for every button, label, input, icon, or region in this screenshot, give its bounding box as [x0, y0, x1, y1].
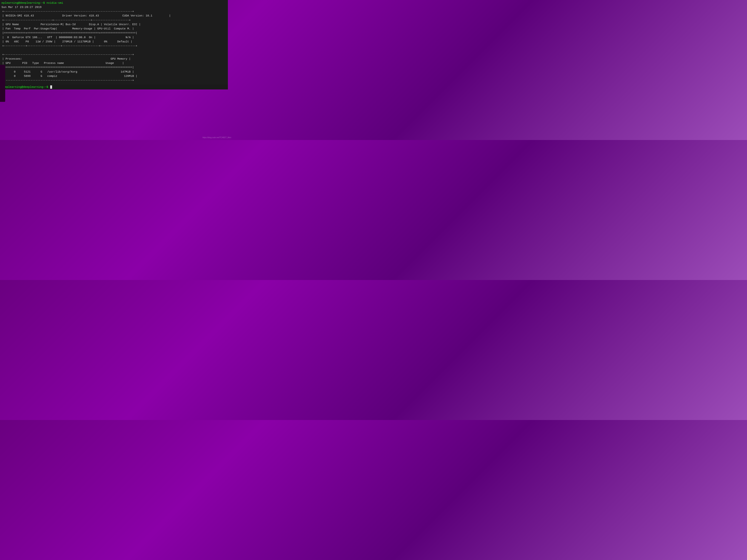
gpu-sep: |=============+====================+====… [1, 31, 226, 35]
terminal-content: eplearning@deeplearning:~$ nvidia-smi Su… [0, 0, 228, 84]
smi-version: NVIDIA-SMI 418.43 [5, 14, 34, 18]
processes-sep: |=======================================… [1, 65, 226, 70]
process-row-1: | 0 5121 G /usr/lib/xorg/Xorg 147MiB | [1, 70, 226, 74]
header-row: | NVIDIA-SMI 418.43 Driver Version: 418.… [1, 14, 226, 18]
terminal-window: eplearning@deeplearning:~$ nvidia-smi Su… [0, 0, 228, 89]
gpu-row-bottom: +-------------+--------------------+----… [1, 44, 226, 48]
gpu-row-2: | 0% 48C P8 11W / 250W | 270MiB / 11170M… [1, 39, 226, 44]
command-text: eplearning@deeplearning:~$ nvidia-smi [1, 1, 63, 5]
processes-bottom-border: +---------------------------------------… [1, 78, 226, 83]
left-sidebar-decoration [0, 65, 5, 102]
gpu-col-header-1: | GPU Name Persistence-M| Bus-Id Disp.A … [1, 22, 226, 27]
processes-usage-header: | GPU PID Type Process name Usage | [1, 61, 226, 65]
processes-header: | Processes: GPU Memory | [1, 57, 226, 61]
timestamp-line: Sun Mar 17 23:28:27 2019 [1, 5, 226, 10]
watermark: https://blog.csdn.net/TCAB27_Men [203, 136, 231, 138]
cursor [50, 85, 52, 89]
cuda-version: CUDA Version: 10.1 [122, 14, 152, 18]
top-border: +---------------------------------------… [1, 9, 226, 14]
process-row-2: | 0 5899 G compiz 120MiB | [1, 74, 226, 78]
gpu-row-1: | 0 GeForce GTX 108... Off | 00000000:03… [1, 35, 226, 39]
processes-top-border: +---------------------------------------… [1, 53, 226, 57]
prompt-line[interactable]: deeplearning@deeplearning:~$ [0, 85, 228, 89]
driver-version: Driver Version: 418.43 [62, 14, 99, 18]
gpu-col-header-2: | Fan Temp Perf Pwr:Usage/Cap| Memory-Us… [1, 27, 226, 31]
empty-line-1 [1, 48, 226, 52]
timestamp-text: Sun Mar 17 23:28:27 2019 [1, 6, 42, 9]
prompt-text: deeplearning@deeplearning:~$ [1, 85, 50, 89]
header-sep: +-----------------------------+---------… [1, 18, 226, 22]
command-line: eplearning@deeplearning:~$ nvidia-smi [1, 1, 226, 5]
